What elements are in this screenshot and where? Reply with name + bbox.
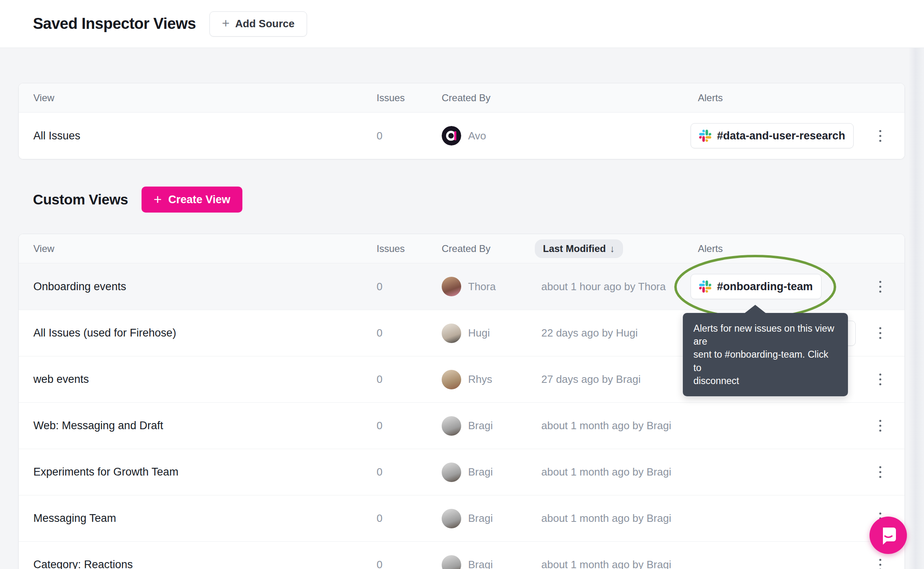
slack-channel-label: #data-and-user-research <box>717 130 845 142</box>
last-modified-text: about 1 hour ago by Thora <box>541 280 691 293</box>
plus-icon: + <box>222 17 230 30</box>
custom-views-table: View Issues Created By Last Modified ↓ A… <box>18 234 905 569</box>
creator-name: Bragi <box>468 466 493 478</box>
column-header-view: View <box>19 92 377 104</box>
slack-alert-chip[interactable]: #data-and-user-research <box>691 123 854 148</box>
view-name: All Issues (used for Firehose) <box>19 327 377 339</box>
issues-count: 0 <box>377 419 442 432</box>
column-header-view: View <box>19 243 377 254</box>
slack-channel-label: #onboarding-team <box>717 280 813 293</box>
chat-bubble-icon <box>878 525 898 545</box>
kebab-icon <box>879 513 881 515</box>
creator-name: Bragi <box>468 419 493 432</box>
issues-count: 0 <box>377 558 442 569</box>
row-menu-button[interactable] <box>871 414 889 438</box>
kebab-icon <box>879 281 881 283</box>
kebab-icon <box>879 420 881 422</box>
slack-alert-chip[interactable]: #onboarding-team <box>691 274 822 299</box>
last-modified-text: about 1 month ago by Bragi <box>541 512 691 525</box>
plus-icon: + <box>154 192 162 206</box>
row-menu-button[interactable] <box>871 321 889 345</box>
column-header-created-by: Created By <box>442 243 541 254</box>
created-by-cell: Bragi <box>442 509 541 528</box>
table-row[interactable]: Messaging Team0Bragiabout 1 month ago by… <box>19 495 904 541</box>
create-view-button[interactable]: + Create View <box>142 187 242 213</box>
kebab-icon <box>879 374 881 376</box>
user-avatar <box>442 370 461 389</box>
last-modified-text: 22 days ago by Hugi <box>541 327 691 339</box>
custom-views-title: Custom Views <box>33 191 128 208</box>
issues-count: 0 <box>377 327 442 339</box>
alerts-cell <box>691 403 856 449</box>
avo-logo-avatar <box>442 126 461 146</box>
issues-count: 0 <box>377 130 442 142</box>
row-menu-button[interactable] <box>871 367 889 392</box>
kebab-icon <box>879 327 881 329</box>
alert-disconnect-tooltip: Alerts for new issues on this view are s… <box>683 313 848 396</box>
user-avatar <box>442 463 461 482</box>
row-menu-button[interactable] <box>871 460 889 484</box>
issues-count: 0 <box>377 373 442 386</box>
creator-name: Hugi <box>468 327 490 339</box>
view-name: Onboarding events <box>19 280 377 293</box>
sort-column-label: Last Modified <box>543 243 606 254</box>
page-scrollbar-gutter[interactable] <box>909 0 924 569</box>
creator-name: Rhys <box>468 373 492 386</box>
column-header-alerts: Alerts <box>691 243 856 254</box>
saved-table-header: View Issues Created By Alerts <box>19 83 904 113</box>
column-header-alerts: Alerts <box>691 92 856 104</box>
kebab-icon <box>879 466 881 468</box>
sort-descending-icon: ↓ <box>610 243 615 254</box>
user-avatar <box>442 277 461 296</box>
alerts-cell <box>691 542 856 569</box>
saved-views-table: View Issues Created By Alerts All Issues… <box>18 83 905 159</box>
page-title: Saved Inspector Views <box>33 15 196 33</box>
alerts-cell: #data-and-user-research <box>691 113 856 159</box>
created-by-cell: Avo <box>442 126 541 146</box>
issues-count: 0 <box>377 466 442 478</box>
page-header: Saved Inspector Views + Add Source <box>0 0 924 48</box>
alerts-cell <box>691 449 856 495</box>
created-by-cell: Bragi <box>442 463 541 482</box>
sort-by-last-modified-button[interactable]: Last Modified ↓ <box>535 239 623 258</box>
creator-name: Bragi <box>468 558 493 569</box>
row-menu-button[interactable] <box>871 553 889 569</box>
column-header-issues: Issues <box>377 243 442 254</box>
created-by-cell: Rhys <box>442 370 541 389</box>
view-name: Web: Messaging and Draft <box>19 419 377 432</box>
row-menu-button[interactable] <box>871 124 889 148</box>
add-source-label: Add Source <box>235 17 294 30</box>
kebab-icon <box>879 130 881 132</box>
table-row[interactable]: Onboarding events0Thoraabout 1 hour ago … <box>19 263 904 310</box>
table-row[interactable]: Experiments for Growth Team0Bragiabout 1… <box>19 449 904 495</box>
last-modified-text: about 1 month ago by Bragi <box>541 466 691 478</box>
user-avatar <box>442 324 461 343</box>
last-modified-text: about 1 month ago by Bragi <box>541 419 691 432</box>
issues-count: 0 <box>377 512 442 525</box>
created-by-cell: Bragi <box>442 555 541 569</box>
created-by-cell: Hugi <box>442 324 541 343</box>
add-source-button[interactable]: + Add Source <box>209 11 307 37</box>
creator-name: Avo <box>468 130 486 142</box>
create-view-label: Create View <box>168 193 231 206</box>
custom-table-header: View Issues Created By Last Modified ↓ A… <box>19 234 904 263</box>
view-name: Category: Reactions <box>19 558 377 569</box>
table-row[interactable]: Category: Reactions0Bragiabout 1 month a… <box>19 541 904 569</box>
custom-table-body: Onboarding events0Thoraabout 1 hour ago … <box>19 263 904 569</box>
slack-icon <box>699 130 711 142</box>
column-header-issues: Issues <box>377 92 442 104</box>
created-by-cell: Bragi <box>442 416 541 436</box>
table-row[interactable]: All Issues0Avo#data-and-user-research <box>19 113 904 159</box>
row-menu-button[interactable] <box>871 274 889 299</box>
user-avatar <box>442 416 461 436</box>
slack-icon <box>699 280 711 293</box>
creator-name: Thora <box>468 280 496 293</box>
user-avatar <box>442 509 461 528</box>
table-row[interactable]: Web: Messaging and Draft0Bragiabout 1 mo… <box>19 402 904 449</box>
view-name: Experiments for Growth Team <box>19 466 377 478</box>
last-modified-text: 27 days ago by Bragi <box>541 373 691 386</box>
view-name: All Issues <box>19 130 377 142</box>
chat-launcher-button[interactable] <box>870 517 907 554</box>
user-avatar <box>442 555 461 569</box>
view-name: web events <box>19 373 377 386</box>
